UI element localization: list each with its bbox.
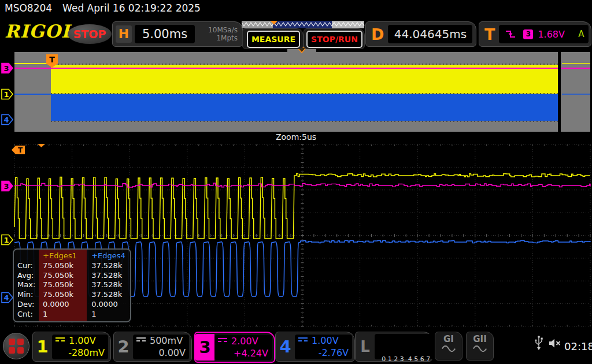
timebase-value: 5.00ms [135, 25, 195, 43]
channel-1-offset: -280mV [56, 347, 105, 358]
speaker-muted-icon[interactable] [548, 338, 561, 348]
dc-coupling-icon [136, 337, 146, 344]
channel-1-values: 1.00V -280mV [52, 335, 108, 359]
channel-3-values: 2.00V +4.24V [214, 335, 272, 360]
channel-2-box[interactable]: 2 500mV 0.00V [113, 332, 192, 362]
channel-2-offset: 0.00V [136, 347, 186, 358]
svg-text:4: 4 [3, 294, 9, 302]
trigger-level: 1.68V [538, 29, 565, 40]
falling-edge-trigger-icon [505, 29, 516, 39]
channel-4-number: 4 [276, 337, 295, 356]
rigol-logo: RIGOL [5, 21, 75, 42]
sample-rate: 10MSa/s [195, 26, 238, 34]
channel-1-scale: 1.00V [69, 335, 96, 346]
svg-text:3: 3 [3, 182, 9, 191]
horizontal-settings[interactable]: H 5.00ms 10MSa/s 1Mpts [112, 21, 243, 47]
trigger-icon: T [484, 25, 495, 43]
svg-text:1: 1 [3, 236, 9, 244]
menu-grid-icon [9, 339, 15, 345]
delay-value: 44.04645ms [388, 25, 472, 43]
measure-button[interactable]: MEASURE [247, 31, 300, 48]
channel-3-box[interactable]: 3 2.00V +4.24V [194, 332, 275, 363]
usb-icon [534, 335, 543, 351]
acquisition-info: 10MSa/s 1Mpts [195, 26, 242, 42]
channel-3-number: 3 [195, 334, 214, 361]
logic-channel-numbers: 0 1 2 3 4 5 6 7 8 9 1011 12131415 [375, 334, 437, 359]
channel-4-box[interactable]: 4 1.00V -2.76V [275, 332, 355, 362]
dc-coupling-icon [56, 337, 65, 344]
delay-settings[interactable]: D 44.04645ms [365, 21, 476, 47]
trigger-info: 3 1.68V A [499, 25, 589, 43]
generator-2-button[interactable]: GII [466, 332, 494, 361]
measurement-column-edges4: +Edges4 37.528k 37.528k 37.528k 37.528k … [87, 250, 130, 321]
channel-2-number: 2 [114, 337, 133, 356]
svg-text:3: 3 [3, 64, 9, 73]
trigger-settings[interactable]: T 3 1.68V A [479, 21, 591, 47]
svg-text:T: T [18, 146, 23, 154]
delay-icon: D [371, 25, 384, 43]
clock: 02:18 [564, 340, 592, 352]
channel-1-box[interactable]: 1 1.00V -280mV [32, 332, 111, 362]
run-state-badge[interactable]: STOP [68, 24, 112, 44]
svg-text:1: 1 [3, 90, 9, 99]
channel-4-values: 1.00V -2.76V [295, 335, 352, 359]
oscilloscope-screen: MSO8204Wed April 16 02:19:22 2025 T314T3… [0, 0, 592, 364]
sine-wave-icon [472, 345, 488, 352]
channel-3-scale: 2.00V [231, 336, 258, 347]
channel-1-number: 1 [33, 337, 52, 356]
sine-wave-icon [441, 345, 457, 352]
memory-depth: 1Mpts [195, 34, 238, 42]
horizontal-icon: H [116, 25, 132, 43]
zoom-timebase-label: Zoom:5us [0, 132, 592, 142]
channel-3-offset: +4.24V [218, 348, 268, 359]
menu-button[interactable] [3, 333, 29, 359]
trigger-source-badge: 3 [523, 29, 533, 39]
channel-4-scale: 1.00V [312, 335, 339, 346]
measurement-row-labels: Cur: Avg: Max: Min: Dev: Cnt: [14, 250, 39, 321]
dc-coupling-icon [298, 337, 308, 344]
dc-coupling-icon [218, 338, 227, 344]
svg-text:T: T [49, 55, 55, 64]
logic-channels-box[interactable]: L 0 1 2 3 4 5 6 7 8 9 1011 12131415 [355, 332, 432, 362]
svg-text:4: 4 [3, 116, 9, 124]
channel-2-values: 500mV 0.00V [133, 335, 189, 359]
generator-1-button[interactable]: GI [435, 332, 462, 361]
trigger-mode: A [578, 29, 584, 39]
measurement-header-edges1: +Edges1 [43, 251, 87, 261]
logic-label: L [356, 338, 375, 355]
measurement-statistics-panel: Cur: Avg: Max: Min: Dev: Cnt: +Edges1 75… [13, 248, 131, 322]
channel-2-scale: 500mV [150, 335, 183, 346]
measurement-column-edges1: +Edges1 75.050k 75.050k 75.050k 75.050k … [39, 250, 87, 321]
stop-run-button[interactable]: STOP/RUN [306, 31, 362, 48]
channel-4-offset: -2.76V [298, 347, 349, 358]
measurement-header-edges4: +Edges4 [91, 251, 130, 261]
